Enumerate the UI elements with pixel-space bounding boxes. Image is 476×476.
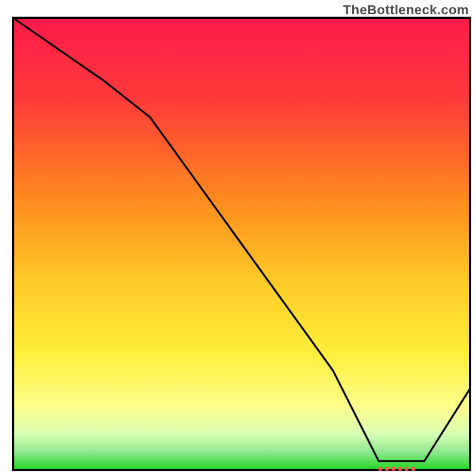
chart-stage: TheBottleneck.com: [0, 0, 476, 476]
bottleneck-chart: [0, 0, 476, 476]
